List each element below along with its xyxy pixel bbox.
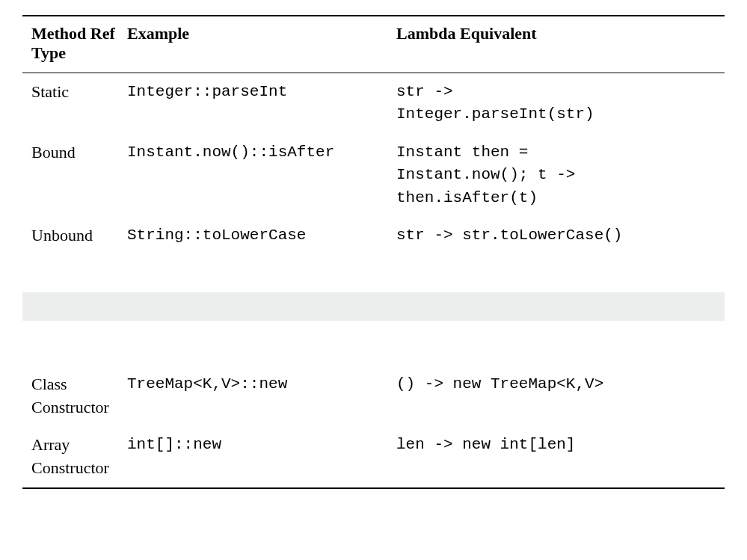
ref-type-cell: Bound	[31, 141, 127, 164]
table-header-row: Method Ref Type Example Lambda Equivalen…	[22, 16, 725, 73]
method-ref-table-top: Method Ref Type Example Lambda Equivalen…	[22, 15, 725, 255]
example-cell: String::toLowerCase	[127, 224, 396, 247]
table-row: Unbound String::toLowerCase str -> str.t…	[22, 217, 725, 255]
table-row: Class Constructor TreeMap<K,V>::new () -…	[22, 366, 725, 427]
page-break-band	[22, 292, 725, 321]
example-cell: TreeMap<K,V>::new	[127, 373, 396, 396]
example-cell: Instant.now()::isAfter	[127, 141, 396, 164]
example-cell: int[]::new	[127, 434, 396, 456]
table-row: Bound Instant.now()::isAfter Instant the…	[22, 134, 725, 217]
ref-type-cell: Unbound	[31, 224, 127, 247]
lambda-cell: str -> str.toLowerCase()	[396, 224, 725, 247]
example-cell: Integer::parseInt	[127, 81, 396, 103]
table-row: Static Integer::parseInt str -> Integer.…	[22, 73, 725, 134]
ref-type-cell: Static	[31, 81, 127, 104]
lambda-cell: Instant then = Instant.now(); t -> then.…	[396, 141, 725, 209]
ref-type-cell: Class Constructor	[31, 373, 127, 419]
lambda-cell: () -> new TreeMap<K,V>	[396, 373, 725, 396]
table-row: Array Constructor int[]::new len -> new …	[22, 426, 725, 487]
lambda-cell: len -> new int[len]	[396, 434, 725, 456]
method-ref-table-bottom: Class Constructor TreeMap<K,V>::new () -…	[22, 366, 725, 489]
ref-type-cell: Array Constructor	[31, 434, 127, 480]
header-method-ref-type: Method Ref Type	[31, 24, 127, 64]
lambda-cell: str -> Integer.parseInt(str)	[396, 81, 725, 126]
header-lambda-equivalent: Lambda Equivalent	[396, 24, 725, 64]
header-example: Example	[127, 24, 396, 64]
